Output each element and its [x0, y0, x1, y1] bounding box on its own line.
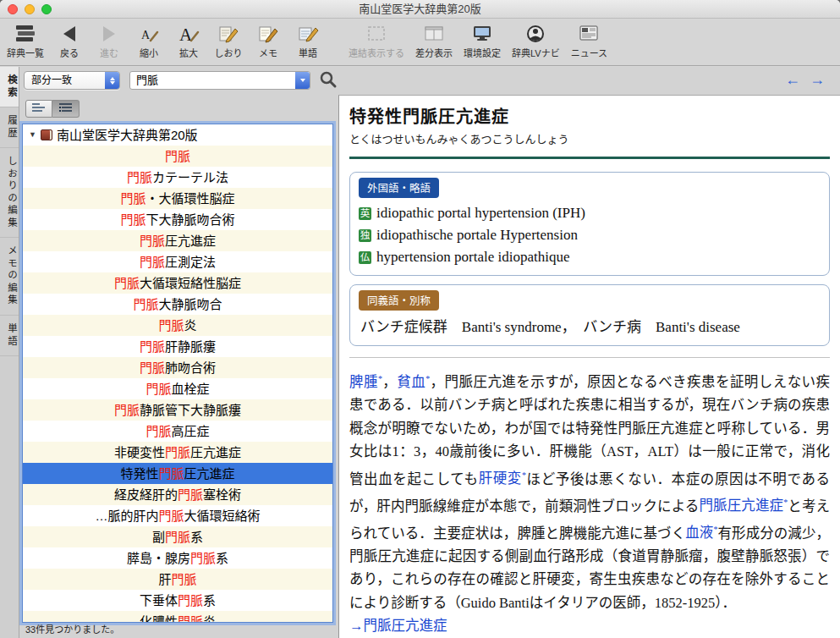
window-title: 南山堂医学大辞典第20版	[0, 0, 840, 18]
news-icon	[578, 21, 600, 46]
list-item[interactable]: 化膿性門脈炎	[23, 611, 332, 623]
svg-text:A: A	[141, 29, 151, 41]
article-body: 脾腫*，貧血*，門脈圧亢進を示すが，原因となるべき疾患を証明しえない疾患である．…	[349, 366, 830, 614]
side-tab[interactable]: 単語	[0, 316, 19, 356]
see-also-link[interactable]: →門脈圧亢進症	[349, 618, 447, 634]
list-item[interactable]: 肝門脈	[23, 569, 332, 590]
list-item[interactable]: 門脈静脈管下大静脈瘻	[23, 399, 332, 421]
history-forward-button[interactable]: →	[810, 70, 825, 89]
history-back-button[interactable]: ←	[785, 70, 800, 89]
list-item[interactable]: 膵島・腺房門脈系	[23, 547, 332, 569]
list-root-label: 南山堂医学大辞典第20版	[57, 124, 198, 146]
language-chip-icon: 仏	[359, 251, 371, 264]
toolbar-button-news[interactable]: ニュース	[571, 21, 607, 59]
close-button[interactable]	[8, 4, 18, 14]
list-item[interactable]: 門脈血栓症	[23, 378, 332, 399]
see-also: →門脈圧亢進症	[349, 614, 830, 638]
list-item[interactable]: 門脈圧亢進症	[23, 230, 332, 251]
zoom-button[interactable]	[41, 4, 52, 14]
toolbar-button-font-enlarge[interactable]: A拡大	[174, 21, 203, 59]
side-tab[interactable]: メモの編集	[0, 238, 19, 316]
list-item[interactable]: 経皮経肝的門脈塞栓術	[23, 484, 332, 505]
list-item[interactable]: 門脈大循環短絡性脳症	[23, 272, 332, 294]
traffic-lights	[8, 4, 52, 14]
result-pane: ▼ 南山堂医学大辞典第20版 門脈門脈カテーテル法門脈・大循環性脳症門脈下大静脈…	[19, 95, 338, 638]
view-mode-flat-button[interactable]	[25, 100, 52, 118]
list-item[interactable]: …脈的肝内門脈大循環短絡術	[23, 505, 332, 526]
list-item[interactable]: 副門脈系	[23, 526, 332, 547]
article-reading: とくはつせいもんみゃくあつこうしんしょう	[349, 130, 830, 146]
toolbar-button-preferences[interactable]: 環境設定	[464, 21, 501, 59]
list-item[interactable]: 門脈高圧症	[23, 421, 332, 442]
list-grouped-icon	[58, 102, 74, 117]
list-item[interactable]: 非硬変性門脈圧亢進症	[23, 442, 332, 463]
dictionary-book-icon	[41, 129, 52, 140]
match-mode-select[interactable]: 部分一致	[24, 71, 120, 90]
list-item[interactable]: 門脈下大静脈吻合術	[23, 209, 332, 230]
list-item[interactable]: 下垂体門脈系	[23, 590, 332, 611]
result-list: ▼ 南山堂医学大辞典第20版 門脈門脈カテーテル法門脈・大循環性脳症門脈下大静脈…	[22, 124, 333, 623]
search-icon	[319, 70, 338, 92]
font-enlarge-icon: A	[178, 21, 200, 46]
status-text: 33件見つかりました。	[25, 624, 119, 635]
word-pen-icon	[297, 21, 319, 46]
disclosure-triangle-icon: ▼	[29, 124, 36, 146]
toolbar-button-dictionary-list[interactable]: 辞典一覧	[7, 21, 44, 59]
list-item[interactable]: 特発性門脈圧亢進症	[23, 463, 332, 484]
section-rule	[349, 357, 830, 358]
view-mode-toggle	[25, 100, 80, 118]
list-item[interactable]: 門脈大静脈吻合	[23, 294, 332, 315]
list-item[interactable]: 門脈肺吻合術	[23, 357, 332, 378]
list-root-item[interactable]: ▼ 南山堂医学大辞典第20版	[23, 124, 332, 146]
language-chip-icon: 独	[359, 229, 371, 242]
search-bar: 部分一致 門脈 ← →	[19, 67, 840, 95]
list-flat-icon	[30, 102, 47, 117]
side-tab[interactable]: 検索	[0, 67, 19, 107]
font-shrink-icon: A	[138, 21, 160, 46]
article-link[interactable]: 門脈圧亢進症*	[699, 498, 788, 514]
preferences-icon	[471, 21, 493, 46]
language-chip-icon: 英	[359, 207, 371, 220]
side-tab[interactable]: しおりの編集	[0, 148, 19, 238]
status-bar: 33件見つかりました。	[19, 623, 338, 638]
main-area: 検索履歴しおりの編集メモの編集単語 部分一致 門脈 ← →	[0, 67, 840, 638]
foreign-term: 仏hypertension portale idiopathique	[359, 246, 821, 268]
article-link[interactable]: 貧血*	[397, 374, 430, 390]
minimize-button[interactable]	[25, 4, 35, 14]
list-item[interactable]: 門脈炎	[23, 315, 332, 336]
toolbar-button-memo-pen[interactable]: メモ	[254, 21, 283, 59]
toolbar: 辞典一覧戻る進むA縮小A拡大しおりメモ単語連結表示する差分表示環境設定辞典LVナ…	[0, 19, 840, 66]
article-link[interactable]: 肝硬変*	[479, 470, 526, 487]
article-link[interactable]: 脾腫*	[349, 374, 382, 390]
svg-text:A: A	[179, 25, 193, 45]
list-item[interactable]: 門脈・大循環性脳症	[23, 188, 332, 209]
diff-view-icon	[423, 21, 445, 46]
view-mode-grouped-button[interactable]	[52, 100, 80, 118]
list-item[interactable]: 門脈肝静脈瘻	[23, 336, 332, 357]
search-input[interactable]: 門脈	[129, 71, 310, 90]
list-item[interactable]: 門脈カテーテル法	[23, 167, 332, 188]
toolbar-button-lv-navi[interactable]: 辞典LVナビ	[512, 21, 560, 59]
toolbar-button-word-pen[interactable]: 単語	[294, 21, 322, 59]
back-icon	[58, 21, 80, 46]
list-item[interactable]: 門脈圧測定法	[23, 251, 332, 272]
memo-pen-icon	[257, 21, 279, 46]
side-tab-strip: 検索履歴しおりの編集メモの編集単語	[0, 67, 19, 638]
popup-arrows-icon	[105, 72, 119, 89]
toolbar-button-bookmark-pen[interactable]: しおり	[214, 21, 243, 59]
search-button[interactable]	[317, 70, 339, 91]
toolbar-button-forward: 進む	[95, 21, 124, 59]
article-link[interactable]: 血液*	[685, 525, 717, 541]
list-item[interactable]: 門脈	[23, 146, 332, 167]
history-nav: ← →	[785, 70, 825, 89]
forward-icon	[98, 21, 120, 46]
toolbar-button-diff-view[interactable]: 差分表示	[415, 21, 453, 59]
toolbar-button-back[interactable]: 戻る	[55, 21, 84, 59]
side-tab[interactable]: 履歴	[0, 107, 19, 148]
combo-arrow-icon	[295, 72, 310, 89]
article-title: 特発性門脈圧亢進症	[349, 103, 830, 128]
toolbar-button-font-shrink[interactable]: A縮小	[135, 21, 163, 59]
linked-view-icon	[365, 21, 387, 46]
title-rule	[349, 157, 830, 159]
foreign-terms-badge: 外国語・略語	[359, 178, 439, 198]
